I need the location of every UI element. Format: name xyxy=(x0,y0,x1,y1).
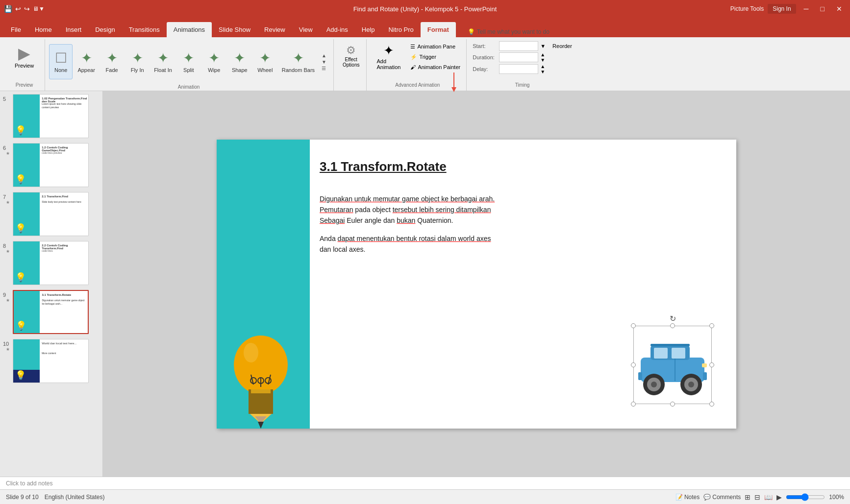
anim-fade[interactable]: ✦ Fade xyxy=(100,44,124,79)
tab-addins[interactable]: Add-ins xyxy=(320,22,355,37)
signin-button[interactable]: Sign In xyxy=(768,4,796,14)
tell-me-text[interactable]: Tell me what you want to do xyxy=(477,28,550,35)
tab-home[interactable]: Home xyxy=(28,22,59,37)
anim-none[interactable]: ☐ None xyxy=(49,44,73,79)
scroll-down-arrow[interactable]: ▼ xyxy=(322,59,326,65)
handle-tr[interactable] xyxy=(709,323,714,328)
body1-underline-1: Digunakan untuk memutar game object ke b… xyxy=(320,195,495,203)
tab-format[interactable]: Format xyxy=(421,22,456,37)
tab-file[interactable]: File xyxy=(4,22,28,37)
redo-icon[interactable]: ↪ xyxy=(24,5,30,13)
slide-num-10: 10 xyxy=(3,341,11,347)
comments-label: Comments xyxy=(712,494,741,501)
animation-painter-button[interactable]: 🖌 Animation Painter xyxy=(408,63,462,71)
lightbulb-svg xyxy=(222,326,300,433)
preview-group-label: Preview xyxy=(16,82,33,89)
tab-design[interactable]: Design xyxy=(88,22,122,37)
handle-tl[interactable] xyxy=(631,323,636,328)
tab-view[interactable]: View xyxy=(292,22,320,37)
handle-bm[interactable] xyxy=(670,402,675,407)
scroll-more-arrow[interactable]: ☰ xyxy=(322,66,326,71)
comments-button[interactable]: 💬 Comments xyxy=(703,494,741,501)
slide-thumb-5[interactable]: 1.02 Pengenalan Transform.Find dan Scale… xyxy=(13,94,89,138)
save-icon[interactable]: 💾 xyxy=(4,5,12,13)
anim-randombars[interactable]: ✦ Random Bars xyxy=(279,44,318,79)
notes-area[interactable]: Click to add notes xyxy=(0,477,850,489)
anim-floatin[interactable]: ✦ Float In xyxy=(151,44,175,79)
duration-spinner-up[interactable]: ▲▼ xyxy=(540,52,545,63)
anim-shape[interactable]: ✦ Shape xyxy=(228,44,251,79)
handle-bl[interactable] xyxy=(631,402,636,407)
start-dropdown-icon[interactable]: ▼ xyxy=(540,43,546,49)
zoom-level: 100% xyxy=(829,494,844,501)
lightbulb-illustration xyxy=(222,326,300,424)
handle-br[interactable] xyxy=(709,402,714,407)
add-animation-button[interactable]: ✦ AddAnimation xyxy=(373,41,404,72)
slide-main-content[interactable]: 3.1 Transform.Rotate Digunakan untuk mem… xyxy=(217,140,736,429)
body1-underline-4: Sebagai xyxy=(320,216,345,224)
anim-flyin[interactable]: ✦ Fly In xyxy=(125,44,149,79)
slide-thumb-6[interactable]: 1.2 Contoh Coding GameObjec.Find code li… xyxy=(13,143,89,187)
effect-options-button[interactable]: ⚙ EffectOptions xyxy=(340,41,362,71)
statusbar-left: Slide 9 of 10 English (United States) xyxy=(6,494,104,501)
slide-item-8[interactable]: 8 ★ 2.2 Contoh Coding Transform.Find cod… xyxy=(2,240,100,286)
appear-icon: ✦ xyxy=(81,50,92,67)
anim-wipe[interactable]: ✦ Wipe xyxy=(202,44,226,79)
slide-item-9[interactable]: 9 ★ 3.1 Transform.Rotate Digunakan untuk… xyxy=(2,289,100,335)
tab-help[interactable]: Help xyxy=(355,22,382,37)
slide-thumb-9[interactable]: 3.1 Transform.Rotate Digunakan untuk mem… xyxy=(13,290,89,334)
tab-review[interactable]: Review xyxy=(257,22,292,37)
undo-icon[interactable]: ↩ xyxy=(15,5,21,13)
preview-button[interactable]: ▶ Preview xyxy=(9,41,40,72)
rotation-handle[interactable]: ↻ xyxy=(670,314,676,323)
anim-split[interactable]: ✦ Split xyxy=(177,44,200,79)
titlebar: 💾 ↩ ↪ 🖥▼ Find and Rotate (Unity) - Kelom… xyxy=(0,0,850,18)
slide-thumb-7[interactable]: 2.1 Transform.Find Slide body text previ… xyxy=(13,192,89,236)
reading-view-button[interactable]: 📖 xyxy=(764,493,773,501)
notes-button[interactable]: 📝 Notes xyxy=(675,494,700,501)
delay-input[interactable] xyxy=(499,64,538,74)
body1-underline-3: tersebut lebih sering ditampilkan xyxy=(393,206,491,214)
tab-transitions[interactable]: Transitions xyxy=(122,22,167,37)
normal-view-button[interactable]: ⊞ xyxy=(745,493,750,501)
delay-spinner[interactable]: ▲▼ xyxy=(540,64,545,74)
svg-point-24 xyxy=(688,382,694,387)
duration-input[interactable] xyxy=(499,52,538,62)
zoom-slider[interactable] xyxy=(786,493,825,501)
anim-wheel-label: Wheel xyxy=(257,67,273,73)
tell-me-bar[interactable]: 💡 Tell me what you want to do xyxy=(464,26,553,37)
slide-sorter-button[interactable]: ⊟ xyxy=(754,493,760,501)
svg-rect-28 xyxy=(650,344,690,346)
slide-thumb-8[interactable]: 2.2 Contoh Coding Transform.Find code li… xyxy=(13,241,89,285)
close-button[interactable]: ✕ xyxy=(832,4,846,14)
slide-thumb-10[interactable]: World dan local text here... More conten… xyxy=(13,339,89,383)
slide-item-10[interactable]: 10 ★ World dan local text here... More c… xyxy=(2,338,100,384)
slideshow-button[interactable]: ▶ xyxy=(776,493,782,501)
tab-insert[interactable]: Insert xyxy=(59,22,89,37)
slide-item-5[interactable]: 5 1.02 Pengenalan Transform.Find dan Sca… xyxy=(2,93,100,139)
tab-slideshow[interactable]: Slide Show xyxy=(212,22,257,37)
slide-item-6[interactable]: 6 ★ 1.2 Contoh Coding GameObjec.Find cod… xyxy=(2,142,100,188)
statusbar: Slide 9 of 10 English (United States) 📝 … xyxy=(0,489,850,504)
anim-appear[interactable]: ✦ Appear xyxy=(75,44,98,79)
car-image-container[interactable]: ↻ xyxy=(633,326,712,404)
minimize-button[interactable]: ─ xyxy=(800,4,813,14)
tab-animations[interactable]: Animations xyxy=(167,22,212,37)
floatin-icon: ✦ xyxy=(157,50,169,67)
maximize-button[interactable]: □ xyxy=(817,4,828,14)
effect-options-label: EffectOptions xyxy=(343,57,359,68)
preview-icon: ▶ xyxy=(18,44,30,63)
tab-nitropro[interactable]: Nitro Pro xyxy=(382,22,421,37)
anim-shape-label: Shape xyxy=(232,67,248,73)
start-input[interactable] xyxy=(499,41,538,51)
handle-tm[interactable] xyxy=(670,323,675,328)
trigger-button[interactable]: ⚡ Trigger xyxy=(408,53,462,61)
tell-me-container[interactable]: 💡 Tell me what you want to do xyxy=(464,26,553,37)
slide-body: Digunakan untuk memutar game object ke b… xyxy=(320,193,726,262)
animation-items: ☐ None ✦ Appear ✦ Fade ✦ Fly In ✦ Float … xyxy=(49,39,328,84)
anim-wheel[interactable]: ✦ Wheel xyxy=(253,44,277,79)
scroll-up-arrow[interactable]: ▲ xyxy=(322,53,326,58)
customize-icon[interactable]: 🖥▼ xyxy=(33,5,45,12)
animation-pane-button[interactable]: ☰ Animation Pane xyxy=(408,43,462,51)
slide-item-7[interactable]: 7 ★ 2.1 Transform.Find Slide body text p… xyxy=(2,191,100,237)
